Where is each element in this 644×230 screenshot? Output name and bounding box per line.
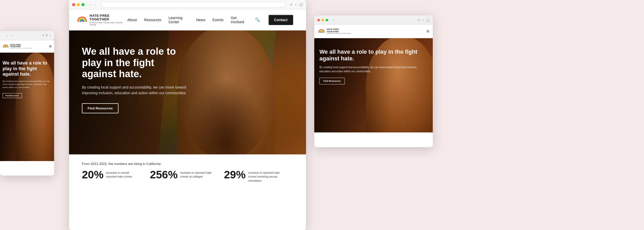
right-hero-subtitle: By creating local support and accountabi… (319, 65, 428, 74)
stat-number-1: 20% (82, 169, 104, 180)
right-back-button[interactable]: ‹ (332, 18, 335, 22)
left-hero-content: We all have a role to play in the fight … (3, 60, 52, 98)
left-browser-nav: ‹ › (6, 33, 14, 38)
left-hero-title: We all have a role to play in the fight … (3, 60, 52, 77)
stat-number-2: 256% (150, 169, 177, 180)
site-nav: About Resources Learning Center News Eve… (127, 15, 293, 25)
minimize-dot[interactable] (77, 3, 80, 6)
left-browser-icons: ↺ ⬆ + (42, 34, 51, 37)
stat-number-3: 29% (224, 169, 245, 180)
hero-content: We all have a role to play in the fight … (82, 46, 190, 113)
stat-desc-1: increase in overall reported hate crimes (106, 169, 140, 179)
site-header: HATE-FREE TOGETHER Condemn Hate. Create … (69, 9, 306, 30)
stats-intro: From 2021-2022, the numbers are rising i… (82, 162, 293, 166)
stats-section: From 2021-2022, the numbers are rising i… (69, 154, 306, 190)
logo-line1: HATE-FREE (90, 14, 128, 18)
left-browser-window: ‹ › ↺ ⬆ + HATE-FREE TOGETHER Condemn Hat… (0, 31, 54, 176)
left-logo-text: HATE-FREE TOGETHER Condemn Hate. Create … (10, 44, 32, 49)
stats-row: 20% increase in overall reported hate cr… (82, 169, 293, 183)
left-logo-tagline: Condemn Hate. Create Unity. Cultivate Ch… (10, 48, 32, 49)
hamburger-menu-icon[interactable]: ≡ (49, 44, 52, 49)
stat-desc-3: increase in reported hate crimes involvi… (248, 169, 282, 183)
right-hero-section: We all have a role to play in the fight … (314, 38, 433, 132)
right-browser-nav: ‹ (332, 18, 335, 22)
right-logo-tagline: Condemn Hate. Create Unity. Cultivate Ch… (327, 33, 351, 34)
stat-desc-2: increase in reported hate crimes at coll… (180, 169, 214, 179)
search-icon[interactable]: 🔍 (254, 16, 261, 23)
nav-about[interactable]: About (127, 18, 137, 22)
reload-icon[interactable]: ↺ (290, 3, 293, 6)
logo-icon (77, 14, 88, 26)
nav-news[interactable]: News (196, 18, 205, 22)
right-minimize-dot[interactable] (321, 19, 324, 21)
right-hero-content: We all have a role to play in the fight … (319, 49, 428, 84)
right-browser-icons: ↺ + ⬜ (417, 18, 430, 22)
right-tab-icon[interactable]: ⬜ (426, 18, 430, 22)
address-bar[interactable] (101, 2, 285, 7)
right-logo-icon (318, 28, 325, 35)
left-titlebar: ‹ › ↺ ⬆ + (0, 31, 54, 40)
right-hero-title: We all have a role to play in the fight … (319, 49, 428, 62)
logo-line2: TOGETHER (90, 18, 128, 21)
right-browser-window: ‹ ↺ + ⬜ HATE-FREE TOGETHER Condemn Hate.… (314, 15, 433, 147)
hero-subtitle: By creating local support and accountabi… (82, 84, 190, 96)
browser-toolbar-icons: ↺ + ⬜ (290, 3, 303, 6)
right-reload-icon[interactable]: ↺ (417, 18, 420, 22)
stat-item-1: 20% increase in overall reported hate cr… (82, 169, 140, 180)
right-close-dot[interactable] (317, 19, 320, 21)
add-tab-icon[interactable]: + (295, 3, 297, 6)
right-logo-text: HATE-FREE TOGETHER Condemn Hate. Create … (327, 28, 351, 34)
left-logo-line1: HATE-FREE (10, 44, 32, 46)
nav-get-involved[interactable]: Get Involved (231, 16, 247, 24)
right-site-header: HATE-FREE TOGETHER Condemn Hate. Create … (314, 25, 433, 38)
nav-resources[interactable]: Resources (144, 18, 161, 22)
left-add-icon[interactable]: + (49, 34, 51, 37)
right-titlebar: ‹ ↺ + ⬜ (314, 15, 433, 25)
contact-button[interactable]: Contact (268, 15, 293, 25)
left-hero-cta-button[interactable]: Find Resources (3, 93, 22, 98)
left-logo-icon (3, 43, 9, 50)
right-add-icon[interactable]: + (422, 18, 424, 22)
close-dot[interactable] (72, 3, 75, 6)
nav-events[interactable]: Events (213, 18, 224, 22)
hero-cta-button[interactable]: Find Resources (82, 103, 118, 113)
right-hero-cta-button[interactable]: Find Resources (319, 78, 345, 84)
logo-area: HATE-FREE TOGETHER Condemn Hate. Create … (77, 14, 127, 26)
left-hero-section: We all have a role to play in the fight … (0, 53, 54, 161)
logo-text: HATE-FREE TOGETHER Condemn Hate. Create … (90, 14, 128, 26)
maximize-dot[interactable] (81, 3, 84, 6)
hero-section: We all have a role to play in the fight … (69, 30, 306, 154)
back-button[interactable]: ‹ (89, 2, 92, 7)
stat-item-2: 256% increase in reported hate crimes at… (150, 169, 214, 180)
right-hamburger-icon[interactable]: ≡ (426, 29, 429, 34)
stat-item-3: 29% increase in reported hate crimes inv… (224, 169, 282, 183)
browser-nav: ‹ › (89, 2, 97, 7)
left-forward-button[interactable]: › (10, 33, 13, 38)
hero-title: We all have a role to play in the fight … (82, 46, 190, 80)
left-hero-subtitle: By creating local support and accountabi… (3, 80, 52, 89)
tab-icon[interactable]: ⬜ (299, 3, 303, 6)
left-site-header: HATE-FREE TOGETHER Condemn Hate. Create … (0, 40, 54, 53)
nav-learning-center[interactable]: Learning Center (168, 16, 189, 24)
logo-tagline: Condemn Hate. Create Unity. Cultivate Ch… (90, 22, 128, 26)
left-share-icon[interactable]: ⬆ (46, 34, 48, 37)
main-browser-window: ‹ › ↺ + ⬜ HATE-FREE TOGET (69, 0, 306, 230)
forward-button[interactable]: › (93, 2, 96, 7)
main-titlebar: ‹ › ↺ + ⬜ (69, 0, 306, 9)
left-reload-icon[interactable]: ↺ (42, 34, 44, 37)
left-back-button[interactable]: ‹ (6, 33, 9, 38)
right-maximize-dot[interactable] (326, 19, 328, 21)
